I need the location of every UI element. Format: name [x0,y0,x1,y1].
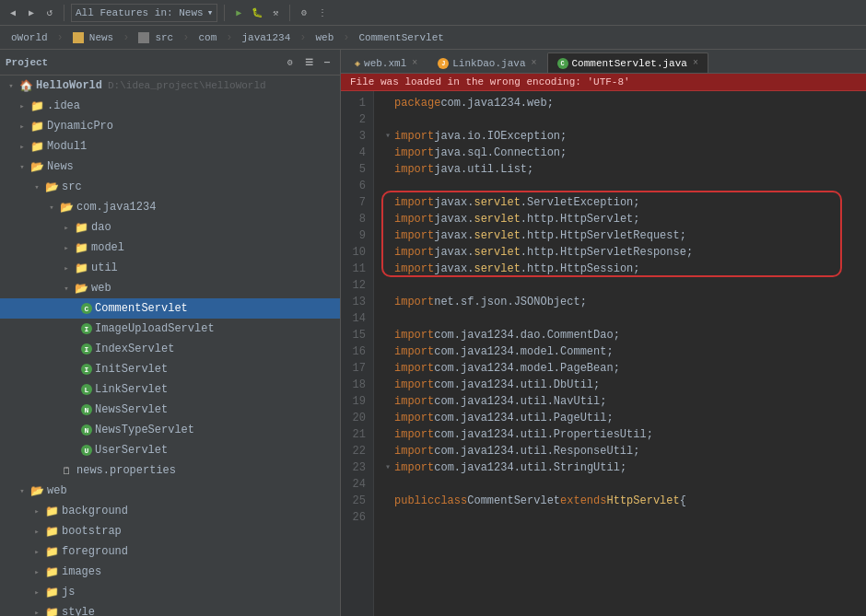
model-folder-icon: 📁 [74,240,88,255]
fold-marker-3[interactable]: ▾ [385,128,391,145]
token: import [394,426,434,443]
token: com.java1234.util.StringUtil; [434,459,626,476]
line-num-15: 15 [348,327,366,343]
sidebar-layout-icon[interactable]: ☰ [301,55,316,70]
features-dropdown[interactable]: All Features in: News ▾ [71,4,217,22]
nav-sep-0: › [57,31,64,44]
sidebar-item-imageuploadservlet[interactable]: I ImageUploadServlet [0,319,340,339]
webxml-close[interactable]: × [412,58,417,68]
nav-java1234[interactable]: java1234 [234,28,298,48]
token: servlet [474,261,520,277]
sidebar-item-foreground[interactable]: ▸ 📁 foreground [0,541,340,562]
sidebar-item-newsproperties[interactable]: 🗒 news.properties [0,460,340,481]
debug-button[interactable]: 🐛 [250,6,264,20]
sidebar-settings-icon[interactable]: ⚙ [283,55,298,70]
idea-folder-icon: 📁 [29,99,44,113]
web-src-folder-icon: 📂 [74,281,88,296]
editor-tab-commentservlet[interactable]: C CommentServlet.java × [547,52,708,73]
bg-label: background [62,505,128,517]
more-button[interactable]: ⋮ [315,6,330,20]
run-button[interactable]: ▶ [231,6,246,20]
token: import [394,443,434,459]
fg-label: foreground [62,545,128,558]
sidebar-item-model[interactable]: ▸ 📁 model [0,238,340,258]
project-root[interactable]: ▾ 🏠 HelloWorld D:\idea_project\HelloWorl… [0,76,340,96]
sidebar-item-commentservlet[interactable]: C CommentServlet [0,298,340,319]
nav-commentservlet[interactable]: CommentServlet [351,28,451,48]
sidebar-item-images[interactable]: ▸ 📁 images [0,562,340,582]
linkdao-icon: J [438,58,449,69]
token: public [394,493,434,509]
sidebar-item-web-src[interactable]: ▾ 📂 web [0,278,340,298]
web-root-folder-icon: 📂 [29,483,44,498]
commentservlet-tab-label: CommentServlet.java [572,58,687,69]
web-root-label: web [47,484,67,497]
sidebar-item-newstypeservlet[interactable]: N NewsTypeServlet [0,420,340,440]
nav-news[interactable]: News [65,28,121,48]
sidebar-item-modul1[interactable]: ▸ 📁 Modul1 [0,136,340,157]
sidebar-item-news[interactable]: ▾ 📂 News [0,157,340,177]
linkdao-close[interactable]: × [531,58,536,68]
nav-src-label: src [155,32,173,43]
sidebar-item-bootstrap[interactable]: ▸ 📁 bootstrap [0,521,340,541]
sidebar-item-linkservlet[interactable]: L LinkServlet [0,379,340,400]
code-line-4: import java.sql.Connection; [385,145,855,161]
settings-button[interactable]: ⚙ [297,6,311,20]
refresh-button[interactable]: ↺ [42,6,57,20]
nav-web[interactable]: web [308,28,341,48]
editor-tab-webxml[interactable]: ◈ web.xml × [345,52,427,73]
sidebar-item-indexservlet[interactable]: I IndexServlet [0,339,340,359]
line-num-9: 9 [348,227,366,244]
code-line-3: ▾import java.io.IOException; [385,128,855,145]
code-line-8: import javax.servlet.http.HttpServlet; [385,211,855,227]
token: HttpServlet [606,493,679,509]
token: com.java1234.util.PageUtil; [434,410,613,426]
sidebar-item-idea[interactable]: ▸ 📁 .idea [0,96,340,116]
sidebar-item-newsservlet[interactable]: N NewsServlet [0,400,340,420]
sidebar-item-comjava1234[interactable]: ▾ 📂 com.java1234 [0,197,340,217]
nav-src[interactable]: src [131,28,181,48]
token: import [394,244,434,261]
code-line-22: import com.java1234.util.ResponseUtil; [385,443,855,459]
web-src-label: web [91,282,111,295]
commentservlet-tab-icon: C [557,58,568,69]
nav-breadcrumb: oWorld › News › src › com › java1234 › w… [0,26,866,50]
fold-marker-23[interactable]: ▾ [385,459,391,476]
code-content[interactable]: package com.java1234.web;▾import java.io… [374,91,866,616]
js-folder-icon: 📁 [44,585,59,599]
sidebar-item-style[interactable]: ▸ 📁 style [0,602,340,616]
code-line-19: import com.java1234.util.NavUtil; [385,393,855,410]
sidebar-item-util[interactable]: ▸ 📁 util [0,258,340,278]
newsservlet-label: NewsServlet [95,403,168,416]
sidebar-item-web-root[interactable]: ▾ 📂 web [0,481,340,501]
sidebar-item-js[interactable]: ▸ 📁 js [0,582,340,602]
commentservlet-close[interactable]: × [693,58,698,68]
token: servlet [474,227,520,244]
nav-com[interactable]: com [191,28,224,48]
editor-tab-linkdao[interactable]: J LinkDao.java × [427,52,546,73]
sidebar-item-src[interactable]: ▾ 📂 src [0,177,340,197]
code-line-5: import java.util.List; [385,161,855,178]
src-arrow: ▾ [29,180,44,194]
nav-com-label: com [198,32,216,43]
sidebar-item-background[interactable]: ▸ 📁 background [0,501,340,521]
code-editor[interactable]: 1234567891011121314151617181920212223242… [341,91,866,616]
token: com.java1234.web; [440,95,553,111]
editor-area: ◈ web.xml × J LinkDao.java × C CommentSe… [341,50,866,616]
back-button[interactable]: ◀ [6,6,20,20]
nav-web-label: web [315,32,334,43]
forward-button[interactable]: ▶ [24,6,39,20]
newsprops-icon: 🗒 [59,463,74,478]
token: import [394,360,434,377]
sidebar-item-dynamicpro[interactable]: ▸ 📁 DynamicPro [0,116,340,136]
sidebar-minimize-icon[interactable]: — [320,55,334,70]
code-line-10: import javax.servlet.http.HttpServletRes… [385,244,855,261]
sidebar-item-initservlet[interactable]: I InitServlet [0,359,340,379]
nav-oworld[interactable]: oWorld [4,28,55,48]
sidebar-item-userservlet[interactable]: U UserServlet [0,440,340,460]
root-arrow: ▾ [4,78,18,93]
code-line-1: package com.java1234.web; [385,95,855,111]
sidebar-item-dao[interactable]: ▸ 📁 dao [0,217,340,238]
bootstrap-arrow: ▸ [29,524,44,539]
build-button[interactable]: ⚒ [268,6,283,20]
